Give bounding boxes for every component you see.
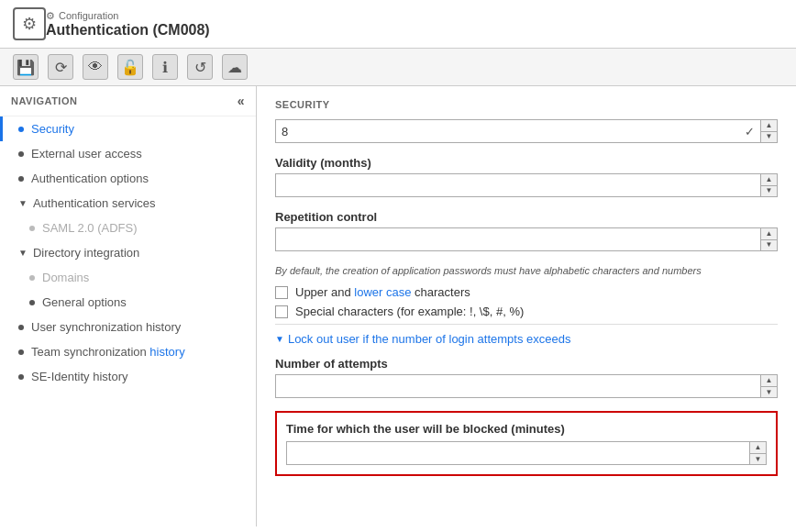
sidebar-item-saml[interactable]: SAML 2.0 (ADFS) — [0, 216, 256, 240]
sidebar-item-label: Team synchronization history — [31, 345, 185, 359]
bullet-icon — [29, 275, 35, 281]
main-layout: NAVIGATION « Security External user acce… — [0, 86, 796, 526]
blocked-section: Time for which the user will be blocked … — [275, 411, 778, 476]
repetition-row: ▲ ▼ — [275, 227, 778, 251]
app-logo: ⚙ — [13, 7, 46, 40]
bullet-icon — [18, 349, 24, 355]
validity-input[interactable] — [275, 173, 761, 197]
attempts-label: Number of attempts — [275, 357, 778, 371]
sidebar-item-general-options[interactable]: General options — [0, 290, 256, 315]
sidebar-item-label: SE-Identity history — [31, 370, 128, 383]
sidebar-item-label: Authentication services — [33, 196, 156, 210]
bullet-icon — [29, 226, 35, 231]
sidebar-item-label: Directory integration — [33, 246, 139, 260]
lockout-section-header[interactable]: ▼ Lock out user if the number of login a… — [275, 324, 778, 346]
expand-arrow-icon: ▼ — [18, 198, 28, 208]
sidebar: NAVIGATION « Security External user acce… — [0, 86, 257, 526]
repetition-input[interactable] — [275, 227, 761, 251]
attempts-field-group: Number of attempts ▲ ▼ — [275, 357, 778, 398]
attempts-spinners: ▲ ▼ — [761, 374, 778, 398]
bullet-icon — [18, 176, 24, 182]
blocked-spin-down[interactable]: ▼ — [750, 453, 766, 465]
sidebar-item-directory-integration[interactable]: ▼ Directory integration — [0, 240, 256, 265]
page-title: Authentication (CM008) — [46, 22, 210, 39]
sidebar-item-external-user-access[interactable]: External user access — [0, 141, 256, 166]
validity-spin-down[interactable]: ▼ — [761, 185, 777, 197]
special-chars-checkbox[interactable] — [275, 305, 288, 318]
unlock-button[interactable]: 🔓 — [117, 54, 143, 80]
attempts-spin-down[interactable]: ▼ — [761, 386, 777, 398]
sidebar-item-authentication-services[interactable]: ▼ Authentication services — [0, 191, 256, 216]
sidebar-item-label: Authentication options — [31, 172, 149, 185]
validity-spinners: ▲ ▼ — [761, 173, 778, 197]
cloud-button[interactable]: ☁ — [222, 54, 248, 80]
repetition-spin-up[interactable]: ▲ — [761, 228, 777, 239]
info-button[interactable]: ℹ — [152, 54, 178, 80]
password-length-field: 8 ✓ ▲ ▼ — [275, 119, 778, 143]
view-button[interactable]: 👁 — [83, 54, 108, 80]
team-sync-link[interactable]: history — [149, 345, 184, 359]
nav-label: NAVIGATION — [11, 95, 77, 106]
repetition-field-group: Repetition control ▲ ▼ — [275, 210, 778, 251]
special-chars-label: Special characters (for example: !, \$, … — [295, 305, 524, 318]
spin-up-button[interactable]: ▲ — [761, 120, 777, 131]
validity-row: ▲ ▼ — [275, 173, 778, 197]
toolbar: 💾 ⟳ 👁 🔓 ℹ ↺ ☁ — [0, 49, 796, 86]
sidebar-item-authentication-options[interactable]: Authentication options — [0, 166, 256, 191]
header-text: ⚙ Configuration Authentication (CM008) — [46, 10, 210, 39]
content-area: SECURITY 8 ✓ ▲ ▼ Validity (months) ▲ — [257, 86, 796, 526]
refresh-users-button[interactable]: ⟳ — [48, 54, 73, 80]
expand-arrow-icon: ▼ — [18, 248, 28, 258]
bullet-icon — [18, 325, 24, 330]
sidebar-item-label: SAML 2.0 (ADFS) — [42, 221, 138, 235]
sync-button[interactable]: ↺ — [187, 54, 213, 80]
lockout-title[interactable]: Lock out user if the number of login att… — [288, 332, 571, 346]
collapse-button[interactable]: « — [238, 94, 245, 108]
config-gear-icon: ⚙ — [46, 10, 55, 22]
repetition-label: Repetition control — [275, 210, 778, 224]
sidebar-item-user-sync-history[interactable]: User synchronization history — [0, 315, 256, 339]
bullet-icon — [29, 300, 35, 305]
lockout-arrow-icon: ▼ — [275, 334, 284, 344]
lowercase-link[interactable]: lower case — [354, 285, 411, 299]
repetition-spin-down[interactable]: ▼ — [761, 239, 777, 251]
dropdown-row: 8 ✓ ▲ ▼ — [275, 119, 778, 143]
dropdown-spinners: ▲ ▼ — [761, 119, 778, 143]
sidebar-item-security[interactable]: Security — [0, 116, 256, 141]
repetition-spinners: ▲ ▼ — [761, 227, 778, 251]
blocked-input[interactable] — [286, 441, 750, 465]
blocked-label: Time for which the user will be blocked … — [286, 422, 767, 436]
sidebar-item-label: Domains — [42, 271, 89, 284]
sidebar-item-label: External user access — [31, 147, 142, 161]
validity-spin-up[interactable]: ▲ — [761, 174, 777, 185]
blocked-row: ▲ ▼ — [286, 441, 767, 465]
special-chars-checkbox-row: Special characters (for example: !, \$, … — [275, 305, 778, 318]
sidebar-item-label: User synchronization history — [31, 320, 181, 334]
header-config: ⚙ Configuration — [46, 10, 210, 22]
sidebar-item-team-sync-history[interactable]: Team synchronization history — [0, 339, 256, 364]
uppercase-label: Upper and lower case characters — [295, 285, 470, 299]
uppercase-checkbox-row: Upper and lower case characters — [275, 285, 778, 299]
hint-text: By default, the creation of application … — [275, 264, 778, 278]
blocked-spinners: ▲ ▼ — [750, 441, 767, 465]
save-button[interactable]: 💾 — [13, 54, 39, 80]
blocked-spin-up[interactable]: ▲ — [750, 442, 766, 453]
section-label: SECURITY — [275, 99, 778, 110]
dropdown-input[interactable]: 8 ✓ — [275, 119, 761, 143]
attempts-spin-up[interactable]: ▲ — [761, 375, 777, 386]
header: ⚙ ⚙ Configuration Authentication (CM008) — [0, 0, 796, 49]
spin-down-button[interactable]: ▼ — [761, 131, 777, 143]
sidebar-item-label: Security — [31, 122, 74, 136]
bullet-icon — [18, 151, 24, 157]
validity-label: Validity (months) — [275, 156, 778, 170]
attempts-row: ▲ ▼ — [275, 374, 778, 398]
bullet-icon — [18, 127, 24, 132]
uppercase-checkbox[interactable] — [275, 286, 288, 299]
sidebar-item-domains[interactable]: Domains — [0, 265, 256, 290]
attempts-input[interactable] — [275, 374, 761, 398]
dropdown-check-icon: ✓ — [745, 125, 755, 139]
sidebar-item-se-identity-history[interactable]: SE-Identity history — [0, 364, 256, 389]
validity-field-group: Validity (months) ▲ ▼ — [275, 156, 778, 197]
gear-icon: ⚙ — [22, 14, 37, 34]
dropdown-value: 8 — [282, 125, 288, 139]
